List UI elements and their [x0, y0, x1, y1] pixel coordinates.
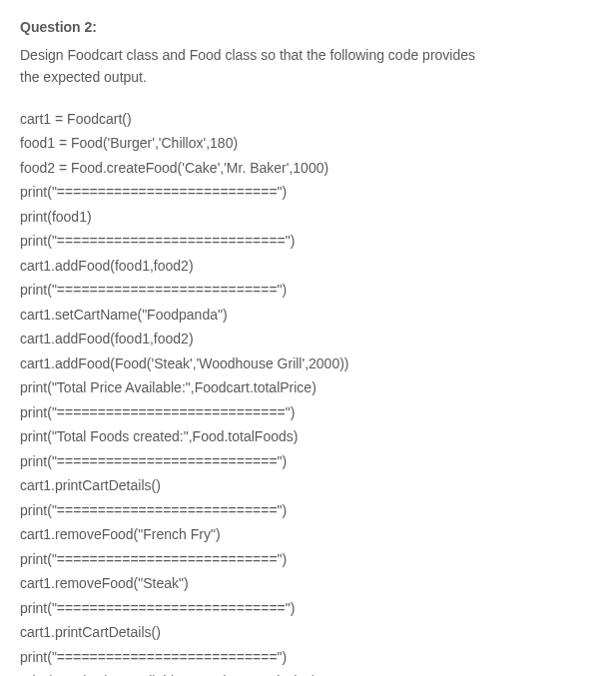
code-line: food2 = Food.createFood('Cake','Mr. Bake… [20, 156, 596, 181]
code-line: print("Total Price Available:",Foodcart.… [20, 669, 596, 676]
code-line: cart1.removeFood("Steak") [20, 571, 596, 596]
code-line: print("===========================") [20, 498, 596, 523]
code-line: print("Total Price Available:",Foodcart.… [20, 375, 596, 400]
code-line: print(food1) [20, 205, 596, 230]
code-line: cart1.addFood(Food('Steak','Woodhouse Gr… [20, 351, 596, 376]
code-line: cart1.printCartDetails() [20, 473, 596, 498]
code-line: print("============================") [20, 596, 596, 621]
code-line: print("===========================") [20, 278, 596, 303]
question-header: Question 2: [20, 16, 596, 40]
code-line: cart1.printCartDetails() [20, 620, 596, 645]
code-line: cart1.setCartName("Foodpanda") [20, 303, 596, 328]
code-line: print("===========================") [20, 645, 596, 670]
code-line: print("Total Foods created:",Food.totalF… [20, 424, 596, 449]
code-line: print("===========================") [20, 180, 596, 205]
code-block: cart1 = Foodcart() food1 = Food('Burger'… [20, 107, 596, 676]
code-line: print("============================") [20, 400, 596, 425]
description-line-2: the expected output. [20, 66, 596, 88]
code-line: food1 = Food('Burger','Chillox',180) [20, 131, 596, 156]
code-line: print("===========================") [20, 547, 596, 572]
code-line: print("===========================") [20, 449, 596, 474]
code-line: print("============================") [20, 229, 596, 254]
code-line: cart1.addFood(food1,food2) [20, 254, 596, 279]
question-description: Design Foodcart class and Food class so … [20, 44, 596, 89]
code-line: cart1.removeFood("French Fry") [20, 522, 596, 547]
code-line: cart1.addFood(food1,food2) [20, 327, 596, 351]
description-line-1: Design Foodcart class and Food class so … [20, 44, 596, 66]
code-line: cart1 = Foodcart() [20, 107, 596, 132]
